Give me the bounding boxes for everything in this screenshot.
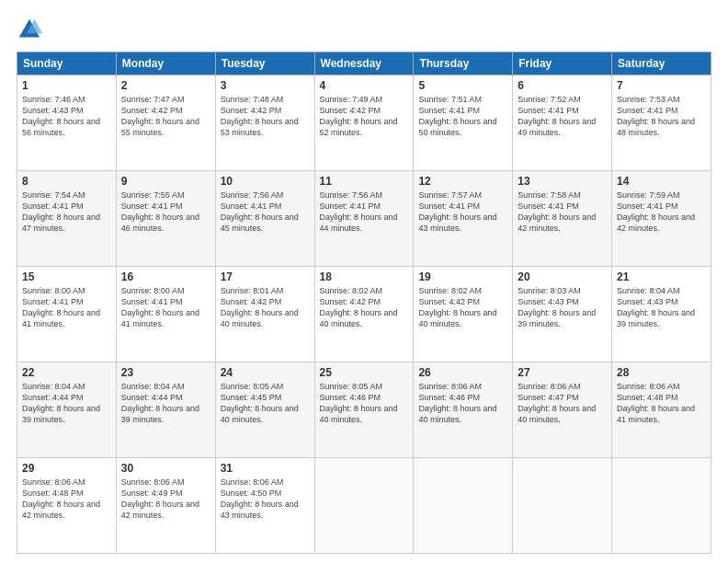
day-number: 31 [221,462,310,475]
day-info: Sunrise: 7:56 AM Sunset: 4:41 PM Dayligh… [221,190,310,235]
calendar-cell: 5 Sunrise: 7:51 AM Sunset: 4:41 PM Dayli… [414,75,513,171]
weekday-header-sunday: Sunday [17,52,117,75]
day-info: Sunrise: 8:04 AM Sunset: 4:44 PM Dayligh… [22,381,111,426]
day-number: 19 [418,270,507,283]
day-number: 12 [418,175,507,188]
calendar-cell: 7 Sunrise: 7:53 AM Sunset: 4:41 PM Dayli… [612,75,711,171]
header [17,17,711,42]
weekday-header-monday: Monday [116,52,215,75]
day-number: 17 [221,270,310,283]
day-number: 30 [121,462,210,475]
calendar-cell: 9 Sunrise: 7:55 AM Sunset: 4:41 PM Dayli… [116,171,215,267]
day-number: 9 [121,175,210,188]
weekday-header-tuesday: Tuesday [215,52,314,75]
weekday-header-wednesday: Wednesday [314,52,414,75]
day-number: 20 [518,270,607,283]
calendar-cell [314,458,414,554]
day-number: 14 [617,175,706,188]
calendar-cell: 14 Sunrise: 7:59 AM Sunset: 4:41 PM Dayl… [612,171,711,267]
weekday-header-saturday: Saturday [612,52,711,75]
calendar-cell: 21 Sunrise: 8:04 AM Sunset: 4:43 PM Dayl… [612,267,711,362]
day-info: Sunrise: 8:04 AM Sunset: 4:43 PM Dayligh… [617,285,706,330]
calendar-week-5: 29 Sunrise: 8:06 AM Sunset: 4:48 PM Dayl… [17,458,711,554]
calendar-week-1: 1 Sunrise: 7:46 AM Sunset: 4:43 PM Dayli… [17,75,711,171]
day-info: Sunrise: 7:58 AM Sunset: 4:41 PM Dayligh… [518,190,607,235]
calendar-cell: 28 Sunrise: 8:06 AM Sunset: 4:48 PM Dayl… [612,362,711,458]
day-info: Sunrise: 8:06 AM Sunset: 4:46 PM Dayligh… [418,381,507,426]
calendar-table: SundayMondayTuesdayWednesdayThursdayFrid… [17,52,711,554]
day-info: Sunrise: 8:02 AM Sunset: 4:42 PM Dayligh… [418,285,507,330]
day-number: 11 [320,175,409,188]
day-number: 26 [418,366,507,379]
calendar-cell: 4 Sunrise: 7:49 AM Sunset: 4:42 PM Dayli… [314,75,414,171]
calendar-cell [414,458,513,554]
day-info: Sunrise: 8:05 AM Sunset: 4:46 PM Dayligh… [320,381,409,426]
calendar-cell: 20 Sunrise: 8:03 AM Sunset: 4:43 PM Dayl… [513,267,612,362]
day-number: 3 [221,79,310,92]
calendar-cell: 8 Sunrise: 7:54 AM Sunset: 4:41 PM Dayli… [17,171,117,267]
day-number: 2 [121,79,210,92]
day-info: Sunrise: 8:06 AM Sunset: 4:48 PM Dayligh… [22,477,111,522]
day-info: Sunrise: 7:48 AM Sunset: 4:42 PM Dayligh… [221,94,310,139]
calendar-cell: 12 Sunrise: 7:57 AM Sunset: 4:41 PM Dayl… [414,171,513,267]
day-info: Sunrise: 7:57 AM Sunset: 4:41 PM Dayligh… [418,190,507,235]
calendar-cell: 17 Sunrise: 8:01 AM Sunset: 4:42 PM Dayl… [215,267,314,362]
day-number: 8 [22,175,111,188]
calendar-cell: 24 Sunrise: 8:05 AM Sunset: 4:45 PM Dayl… [215,362,314,458]
day-info: Sunrise: 8:06 AM Sunset: 4:49 PM Dayligh… [121,477,210,522]
day-number: 27 [518,366,607,379]
calendar-week-4: 22 Sunrise: 8:04 AM Sunset: 4:44 PM Dayl… [17,362,711,458]
calendar-cell: 13 Sunrise: 7:58 AM Sunset: 4:41 PM Dayl… [513,171,612,267]
day-number: 16 [121,270,210,283]
calendar-cell: 19 Sunrise: 8:02 AM Sunset: 4:42 PM Dayl… [414,267,513,362]
calendar-cell: 10 Sunrise: 7:56 AM Sunset: 4:41 PM Dayl… [215,171,314,267]
day-number: 13 [518,175,607,188]
day-number: 5 [418,79,507,92]
day-number: 18 [320,270,409,283]
day-info: Sunrise: 8:01 AM Sunset: 4:42 PM Dayligh… [221,285,310,330]
calendar-cell: 2 Sunrise: 7:47 AM Sunset: 4:42 PM Dayli… [116,75,215,171]
day-info: Sunrise: 7:46 AM Sunset: 4:43 PM Dayligh… [22,94,111,139]
day-number: 23 [121,366,210,379]
day-number: 10 [221,175,310,188]
calendar-cell [513,458,612,554]
day-number: 15 [22,270,111,283]
calendar-cell: 15 Sunrise: 8:00 AM Sunset: 4:41 PM Dayl… [17,267,117,362]
day-info: Sunrise: 7:54 AM Sunset: 4:41 PM Dayligh… [22,190,111,235]
day-info: Sunrise: 8:00 AM Sunset: 4:41 PM Dayligh… [22,285,111,330]
day-info: Sunrise: 8:02 AM Sunset: 4:42 PM Dayligh… [320,285,409,330]
day-info: Sunrise: 7:55 AM Sunset: 4:41 PM Dayligh… [121,190,210,235]
day-info: Sunrise: 8:04 AM Sunset: 4:44 PM Dayligh… [121,381,210,426]
day-info: Sunrise: 8:03 AM Sunset: 4:43 PM Dayligh… [518,285,607,330]
calendar-cell: 11 Sunrise: 7:56 AM Sunset: 4:41 PM Dayl… [314,171,414,267]
day-info: Sunrise: 7:52 AM Sunset: 4:41 PM Dayligh… [518,94,607,139]
calendar-cell: 29 Sunrise: 8:06 AM Sunset: 4:48 PM Dayl… [17,458,117,554]
calendar-body: 1 Sunrise: 7:46 AM Sunset: 4:43 PM Dayli… [17,75,711,554]
day-number: 4 [320,79,409,92]
day-info: Sunrise: 7:56 AM Sunset: 4:41 PM Dayligh… [320,190,409,235]
calendar-cell: 1 Sunrise: 7:46 AM Sunset: 4:43 PM Dayli… [17,75,117,171]
day-number: 7 [617,79,706,92]
day-info: Sunrise: 7:59 AM Sunset: 4:41 PM Dayligh… [617,190,706,235]
day-info: Sunrise: 8:06 AM Sunset: 4:47 PM Dayligh… [518,381,607,426]
calendar-cell: 16 Sunrise: 8:00 AM Sunset: 4:41 PM Dayl… [116,267,215,362]
day-number: 1 [22,79,111,92]
weekday-header-thursday: Thursday [414,52,513,75]
weekday-header-friday: Friday [513,52,612,75]
calendar-cell: 31 Sunrise: 8:06 AM Sunset: 4:50 PM Dayl… [215,458,314,554]
calendar-cell: 27 Sunrise: 8:06 AM Sunset: 4:47 PM Dayl… [513,362,612,458]
calendar-cell: 25 Sunrise: 8:05 AM Sunset: 4:46 PM Dayl… [314,362,414,458]
day-info: Sunrise: 8:06 AM Sunset: 4:50 PM Dayligh… [221,477,310,522]
day-info: Sunrise: 7:53 AM Sunset: 4:41 PM Dayligh… [617,94,706,139]
day-info: Sunrise: 8:06 AM Sunset: 4:48 PM Dayligh… [617,381,706,426]
day-number: 28 [617,366,706,379]
day-info: Sunrise: 8:00 AM Sunset: 4:41 PM Dayligh… [121,285,210,330]
day-number: 6 [518,79,607,92]
day-info: Sunrise: 7:49 AM Sunset: 4:42 PM Dayligh… [320,94,409,139]
day-number: 29 [22,462,111,475]
logo-icon [17,17,42,42]
day-number: 22 [22,366,111,379]
day-number: 21 [617,270,706,283]
day-info: Sunrise: 8:05 AM Sunset: 4:45 PM Dayligh… [221,381,310,426]
calendar-header-row: SundayMondayTuesdayWednesdayThursdayFrid… [17,52,711,75]
